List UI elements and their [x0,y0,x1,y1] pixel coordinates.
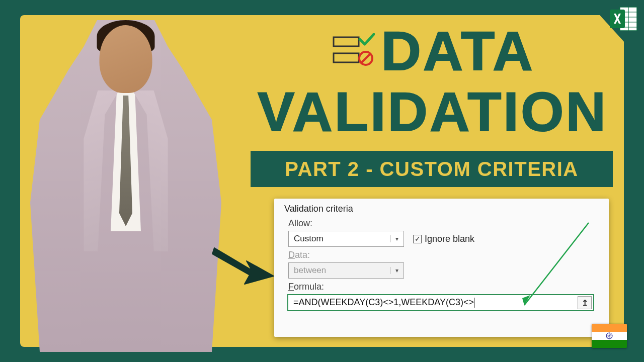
data-label: Data: [288,250,599,260]
chevron-down-icon: ▾ [390,235,399,242]
formula-input[interactable]: =AND(WEEKDAY(C3)<>1,WEEKDAY(C3)<> ↥ [287,294,594,311]
data-value: between [294,265,326,276]
pointer-arrow-icon [210,239,276,287]
excel-icon [609,5,639,33]
svg-rect-13 [592,324,627,332]
subtitle-text: PART 2 - CUSTOM CRITERIA [285,158,578,180]
formula-value: =AND(WEEKDAY(C3)<>1,WEEKDAY(C3)<> [293,297,474,307]
title-line-1: DATA [381,20,534,81]
main-title: DATA VALIDATION [252,23,614,140]
allow-select[interactable]: Custom ▾ [288,231,404,247]
subtitle-band: PART 2 - CUSTOM CRITERIA [251,151,613,187]
data-validation-icon [331,22,375,78]
data-select: between ▾ [288,262,404,279]
validation-dialog: Validation criteria Allow: Custom ▾ ✓ Ig… [274,199,609,337]
svg-line-10 [361,53,371,63]
svg-rect-7 [334,37,359,46]
formula-label: Formula: [288,282,599,292]
thumbnail-frame: DATA VALIDATION PART 2 - CUSTOM CRITERIA… [0,0,644,362]
ignore-blank-checkbox[interactable]: ✓ Ignore blank [413,234,474,244]
svg-rect-15 [592,340,627,348]
dialog-heading: Validation criteria [284,204,599,214]
chevron-down-icon: ▾ [390,267,399,274]
svg-rect-8 [334,53,359,62]
presenter-photo [30,20,221,352]
range-picker-button[interactable]: ↥ [578,296,592,309]
india-flag-icon [592,324,627,348]
title-line-2: VALIDATION [252,83,614,140]
allow-value: Custom [294,234,324,244]
checkbox-checked-icon: ✓ [413,235,422,243]
allow-label: Allow: [288,218,599,229]
